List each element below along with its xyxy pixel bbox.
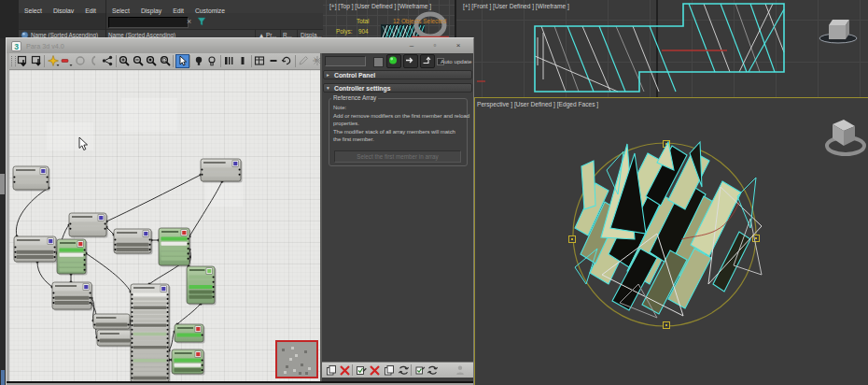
background-ui-sliver: [1, 370, 5, 385]
maximize-button[interactable]: ▫: [428, 40, 441, 50]
viewport-perspective[interactable]: Perspective ] [User Defined ] [Edged Fac…: [474, 97, 868, 385]
node-link[interactable]: [37, 262, 52, 287]
controller-name-input[interactable]: [325, 56, 366, 66]
graph-node-gray[interactable]: [114, 229, 153, 255]
node-link[interactable]: [106, 175, 201, 221]
node-row: [60, 249, 84, 252]
graph-node-green[interactable]: [159, 228, 191, 267]
toolbar-separator: [352, 364, 353, 376]
node-row: [133, 315, 167, 318]
graph-node-green[interactable]: [187, 266, 217, 306]
array-delete-item-icon[interactable]: [339, 364, 351, 377]
scene-explorer-1-menubar: SelectDisplayEdit: [19, 0, 105, 13]
select-first-member-button[interactable]: Select the first member in array: [334, 150, 461, 163]
toolbar-zoom-region-icon[interactable]: [160, 55, 172, 67]
menu-display[interactable]: Display: [135, 5, 167, 18]
color-swatch[interactable]: [373, 57, 384, 67]
shard-fragment[interactable]: [581, 161, 595, 209]
array-copy-all-icon[interactable]: [384, 364, 396, 377]
node-row: [133, 328, 167, 331]
toolbar-bulb-off-icon[interactable]: [206, 55, 218, 67]
gizmo-handle[interactable]: [569, 236, 576, 243]
wireframe-line: [599, 26, 625, 92]
minimize-button[interactable]: –: [405, 40, 418, 50]
graph-node-gray[interactable]: [52, 282, 93, 311]
menu-select[interactable]: Select: [106, 5, 135, 18]
search-input[interactable]: [108, 17, 189, 28]
para3d-app-icon: 3: [11, 41, 21, 51]
window-title: Para 3d v4.0: [26, 42, 64, 50]
array-delete-check-icon[interactable]: [369, 364, 381, 377]
node-row: [175, 368, 202, 372]
viewcube[interactable]: [827, 120, 864, 154]
rollout-controller-settings[interactable]: ▾ Controller settings: [323, 83, 472, 93]
graph-node-gray[interactable]: [131, 284, 171, 382]
toolbar-circle-disabled-icon[interactable]: [75, 55, 87, 67]
node-row: [55, 296, 90, 300]
viewport-front[interactable]: [+] [Front ] [User Defined ] [Wireframe …: [456, 0, 868, 97]
array-user-disabled-icon[interactable]: [455, 364, 467, 377]
shard-fragment[interactable]: [713, 232, 750, 292]
node-row: [133, 333, 167, 335]
toolbar-select-cursor-icon[interactable]: [176, 55, 189, 67]
close-button[interactable]: ×: [452, 40, 465, 50]
toolbar-bulb-on-icon[interactable]: [193, 55, 205, 67]
graph-node-green[interactable]: [57, 239, 88, 276]
graph-node-gray[interactable]: [69, 213, 108, 238]
toolbar-export-node-icon[interactable]: [17, 55, 29, 67]
funnel-icon[interactable]: [197, 17, 206, 26]
toolbar-import-node-icon[interactable]: [31, 55, 43, 67]
graph-node-gray[interactable]: [14, 236, 58, 264]
viewport-perspective-label[interactable]: Perspective ] [User Defined ] [Edged Fac…: [477, 101, 598, 107]
viewcube[interactable]: [819, 20, 857, 43]
apply-arrow-button[interactable]: [403, 54, 418, 68]
toolbar-grid-box-icon[interactable]: [254, 55, 266, 67]
toolbar-grip[interactable]: [11, 56, 16, 66]
toolbar-zoom-out-icon[interactable]: [133, 55, 145, 67]
viewport-top-label[interactable]: [+] [Top ] [User Defined ] [Wireframe ]: [329, 3, 431, 9]
elbow-arrow-button[interactable]: [420, 54, 435, 68]
node-link[interactable]: [16, 188, 49, 236]
toolbar-bar-single-icon[interactable]: [237, 55, 249, 67]
toolbar-separator: [44, 55, 45, 67]
toolbar-pencil-disabled-icon[interactable]: [298, 55, 310, 67]
toolbar-zoom-in-icon[interactable]: [119, 55, 131, 67]
window-titlebar[interactable]: 3 Para 3d v4.0 – ▫ ×: [7, 38, 473, 53]
array-edit-check-icon[interactable]: [356, 364, 368, 377]
node-title-text: [100, 333, 119, 335]
graph-node-green[interactable]: [172, 349, 205, 376]
toolbar-refresh-loop-icon[interactable]: [281, 55, 293, 67]
graph-node-gray[interactable]: [13, 166, 50, 192]
stats-polys-value: 904: [358, 28, 369, 35]
toolbar-dash-tool-icon[interactable]: [268, 55, 280, 67]
node-link[interactable]: [177, 304, 201, 324]
graph-node-gray[interactable]: [93, 314, 132, 331]
gizmo-handle[interactable]: [664, 322, 670, 329]
toolbar-star-controller-icon[interactable]: [48, 55, 60, 67]
array-check-small-icon[interactable]: [414, 364, 427, 377]
clear-search-icon[interactable]: ×: [187, 18, 191, 26]
node-graph-canvas[interactable]: [9, 70, 320, 382]
canvas-minimap[interactable]: [276, 341, 317, 378]
array-reload-loop-icon[interactable]: [398, 364, 410, 377]
array-copy-item-icon[interactable]: [326, 364, 338, 377]
node-row: [16, 180, 47, 184]
wireframe-line: [765, 4, 784, 52]
menu-customize[interactable]: Customize: [189, 5, 231, 18]
toolbar-share-nodes-icon[interactable]: [102, 55, 114, 67]
toolbar-bars-double-icon[interactable]: [223, 55, 235, 67]
toolbar-remove-controller-icon[interactable]: [61, 55, 73, 67]
note-line: Note:: [333, 105, 346, 110]
graph-node-green[interactable]: [175, 324, 205, 344]
update-indicator-button[interactable]: [386, 54, 401, 68]
array-reload-small-icon[interactable]: [427, 364, 439, 377]
viewport-front-label[interactable]: [+] [Front ] [User Defined ] [Wireframe …: [463, 3, 569, 9]
node-row: [60, 258, 84, 262]
menu-edit[interactable]: Edit: [167, 5, 189, 18]
toolbar-paren-disabled-icon[interactable]: [88, 55, 100, 67]
rollout-control-panel[interactable]: ▸ Control Panel: [323, 70, 472, 79]
stats-total-label: Total: [357, 18, 370, 24]
graph-node-gray[interactable]: [201, 159, 243, 183]
toolbar-zoom-extents-icon[interactable]: [146, 55, 158, 67]
graph-node-gray[interactable]: [97, 330, 134, 348]
